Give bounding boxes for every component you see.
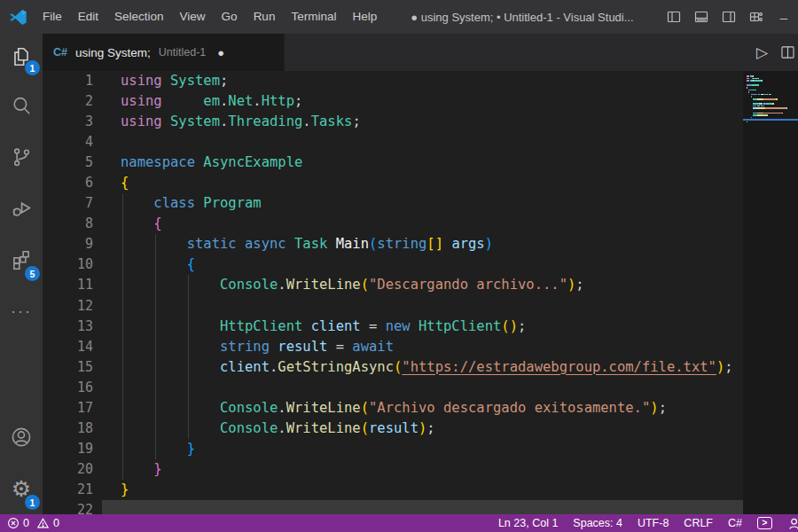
minimap-line <box>747 80 796 82</box>
minimap-line <box>747 84 796 86</box>
run-debug-button[interactable] <box>0 183 43 234</box>
minimap-line <box>747 90 796 91</box>
language-mode-button[interactable]: C# <box>728 517 742 529</box>
code-line-17: 17 Console.WriteLine("Archivo descargado… <box>43 398 743 419</box>
minimap-line <box>747 107 796 109</box>
menu-selection[interactable]: Selection <box>106 0 172 34</box>
toggle-sidebar-icon[interactable] <box>667 10 681 24</box>
modified-dot-icon[interactable]: ● <box>217 46 224 59</box>
search-button[interactable] <box>0 80 43 131</box>
code-lines: 1using System;2using em.Net.Http;3using … <box>43 71 743 514</box>
toggle-panel-icon[interactable] <box>694 10 708 24</box>
explorer-button[interactable]: 1 <box>0 34 43 80</box>
line-number: 2 <box>43 91 93 112</box>
minimap-line <box>747 96 796 98</box>
menu-go[interactable]: Go <box>214 0 246 34</box>
code-line-10: 10 { <box>43 254 743 275</box>
error-count: 0 <box>23 517 29 529</box>
minimap-line <box>747 78 796 80</box>
minimize-button[interactable]: – <box>777 10 787 25</box>
account-icon <box>9 425 34 450</box>
git-branch-icon <box>10 145 33 168</box>
line-number: 11 <box>43 275 93 295</box>
terminal-prompt-icon[interactable]: > <box>757 517 772 529</box>
line-number: 10 <box>43 254 93 275</box>
settings-button[interactable]: ⚙ 1 <box>0 463 43 514</box>
line-number: 6 <box>43 173 93 193</box>
split-editor-icon[interactable] <box>781 46 794 59</box>
code-line-2: 2using em.Net.Http; <box>43 91 743 112</box>
minimap-line <box>747 114 796 116</box>
line-number: 17 <box>43 398 93 419</box>
vscode-logo-icon <box>9 8 27 27</box>
line-number: 19 <box>43 439 93 459</box>
minimap-line <box>747 82 796 84</box>
line-number: 12 <box>43 296 93 317</box>
code-line-15: 15 client.GetStringAsync("https://estrad… <box>43 357 743 378</box>
title-bar: FileEditSelectionViewGoRunTerminalHelp ●… <box>0 0 798 34</box>
line-number: 22 <box>43 500 93 514</box>
line-number: 4 <box>43 132 93 153</box>
code-line-12: 12 <box>43 296 743 317</box>
code-line-14: 14 string result = await <box>43 337 743 357</box>
feedback-person-icon[interactable] <box>787 517 798 530</box>
line-number: 20 <box>43 459 93 480</box>
line-number: 8 <box>43 214 93 234</box>
debug-icon <box>9 196 34 221</box>
menu-view[interactable]: View <box>172 0 214 34</box>
minimap-line <box>747 113 796 114</box>
status-bar: 0 0 Ln 23, Col 1 Spaces: 4 UTF-8 CRLF C#… <box>0 514 798 532</box>
minimap-cursor-marker <box>743 119 798 121</box>
csharp-file-icon: C# <box>53 46 67 59</box>
tab-detail: Untitled-1 <box>159 46 207 59</box>
menu-run[interactable]: Run <box>246 0 284 34</box>
menu-file[interactable]: File <box>35 0 70 34</box>
indentation-button[interactable]: Spaces: 4 <box>573 517 622 529</box>
encoding-button[interactable]: UTF-8 <box>638 517 669 529</box>
extensions-badge: 5 <box>25 266 40 281</box>
code-line-8: 8 { <box>43 214 743 234</box>
menu-help[interactable]: Help <box>344 0 385 34</box>
code-line-20: 20 } <box>43 459 743 480</box>
problems-button[interactable]: 0 0 <box>7 517 59 529</box>
more-icon: ··· <box>11 302 32 321</box>
source-control-button[interactable] <box>0 131 43 183</box>
activity-bar: 1 5 ··· ⚙ 1 <box>0 34 43 514</box>
tab-untitled-1[interactable]: C# using System; Untitled-1 ● <box>43 34 285 71</box>
minimap-line <box>747 106 796 107</box>
code-line-4: 4 <box>43 132 743 153</box>
line-number: 15 <box>43 357 93 378</box>
minimap-line <box>747 121 796 123</box>
menu-terminal[interactable]: Terminal <box>283 0 344 34</box>
code-line-1: 1using System; <box>43 71 743 91</box>
extensions-button[interactable]: 5 <box>0 234 43 286</box>
cursor-position-button[interactable]: Ln 23, Col 1 <box>498 517 558 529</box>
line-number: 13 <box>43 317 93 337</box>
more-actions-button[interactable]: ··· <box>0 286 43 337</box>
customize-layout-icon[interactable] <box>749 10 763 24</box>
line-number: 3 <box>43 112 93 132</box>
minimap-line <box>747 91 796 93</box>
code-line-18: 18 Console.WriteLine(result); <box>43 419 743 439</box>
indent-guide <box>155 234 156 459</box>
explorer-badge: 1 <box>25 60 40 75</box>
line-number: 14 <box>43 337 93 357</box>
error-icon <box>7 517 20 529</box>
line-number: 18 <box>43 419 93 439</box>
line-number: 9 <box>43 234 93 254</box>
code-line-13: 13 HttpClient client = new HttpClient(); <box>43 317 743 337</box>
code-editor[interactable]: 1using System;2using em.Net.Http;3using … <box>43 71 743 514</box>
menu-edit[interactable]: Edit <box>70 0 106 34</box>
code-line-16: 16 <box>43 378 743 398</box>
minimap-line <box>747 101 796 103</box>
line-number: 1 <box>43 71 93 91</box>
minimap[interactable] <box>743 71 798 514</box>
run-button[interactable]: ▷ <box>756 45 768 60</box>
current-line-highlight <box>102 500 743 514</box>
accounts-button[interactable] <box>0 411 43 463</box>
toggle-secondary-sidebar-icon[interactable] <box>722 10 736 24</box>
minimap-line <box>747 103 796 105</box>
minimap-line <box>747 110 796 112</box>
eol-button[interactable]: CRLF <box>684 517 713 529</box>
line-number: 21 <box>43 480 93 500</box>
